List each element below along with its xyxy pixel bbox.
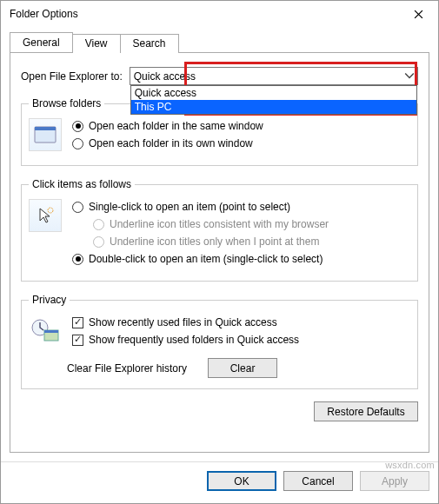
group-privacy-legend: Privacy bbox=[29, 294, 70, 306]
clear-button[interactable]: Clear bbox=[208, 358, 277, 378]
radio-underline-point-label: Underline icon titles only when I point … bbox=[110, 235, 319, 248]
radio-underline-browser-label: Underline icon titles consistent with my… bbox=[110, 218, 329, 230]
open-explorer-combo[interactable]: Quick access Quick access This PC bbox=[130, 67, 418, 85]
ok-button[interactable]: OK bbox=[207, 471, 276, 491]
close-button[interactable] bbox=[399, 1, 438, 27]
privacy-icon bbox=[29, 315, 62, 348]
radio-own-window-label: Open each folder in its own window bbox=[89, 137, 253, 149]
svg-point-2 bbox=[48, 208, 53, 213]
close-icon bbox=[414, 10, 423, 19]
chevron-down-icon bbox=[404, 70, 415, 81]
restore-defaults-button[interactable]: Restore Defaults bbox=[314, 401, 418, 421]
check-frequent-folders[interactable] bbox=[72, 335, 83, 346]
apply-button[interactable]: Apply bbox=[360, 471, 429, 491]
dropdown-option-this-pc[interactable]: This PC bbox=[131, 100, 416, 114]
tab-view[interactable]: View bbox=[72, 34, 121, 53]
cancel-button[interactable]: Cancel bbox=[283, 471, 353, 491]
radio-double-click[interactable] bbox=[72, 254, 83, 265]
radio-underline-browser bbox=[93, 219, 104, 230]
radio-single-click-label: Single-click to open an item (point to s… bbox=[89, 201, 290, 213]
radio-same-window[interactable] bbox=[72, 121, 83, 132]
check-recent-files[interactable] bbox=[72, 317, 83, 328]
group-privacy: Privacy Show recently used files in Quic… bbox=[21, 294, 418, 389]
open-explorer-label: Open File Explorer to: bbox=[21, 70, 123, 83]
check-recent-files-label: Show recently used files in Quick access bbox=[89, 316, 277, 328]
tab-general[interactable]: General bbox=[10, 32, 73, 52]
tab-pane-general: Open File Explorer to: Quick access Quic… bbox=[10, 53, 429, 453]
check-frequent-folders-label: Show frequently used folders in Quick ac… bbox=[89, 334, 299, 346]
radio-underline-point bbox=[93, 236, 104, 248]
radio-single-click[interactable] bbox=[72, 202, 83, 213]
dropdown-option-quick-access[interactable]: Quick access bbox=[131, 86, 416, 100]
dialog-buttons: OK Cancel Apply bbox=[1, 461, 438, 500]
radio-own-window[interactable] bbox=[72, 138, 83, 149]
dialog-content: General View Search Open File Explorer t… bbox=[1, 27, 438, 461]
watermark: wsxdn.com bbox=[385, 460, 435, 470]
clear-history-label: Clear File Explorer history bbox=[67, 362, 187, 375]
folder-window-icon bbox=[29, 118, 62, 151]
group-click-items: Click items as follows Single-click to o… bbox=[21, 178, 418, 282]
open-explorer-dropdown: Quick access This PC bbox=[130, 85, 417, 115]
tab-strip: General View Search bbox=[10, 32, 429, 53]
svg-rect-1 bbox=[35, 127, 56, 130]
cursor-click-icon bbox=[29, 199, 62, 232]
radio-same-window-label: Open each folder in the same window bbox=[89, 120, 263, 132]
radio-double-click-label: Double-click to open an item (single-cli… bbox=[89, 253, 323, 265]
group-browse-legend: Browse folders bbox=[29, 97, 104, 109]
svg-rect-5 bbox=[44, 330, 58, 333]
window-title: Folder Options bbox=[10, 8, 399, 20]
group-click-legend: Click items as follows bbox=[29, 178, 135, 190]
tab-search[interactable]: Search bbox=[120, 34, 179, 53]
titlebar: Folder Options bbox=[1, 1, 438, 27]
open-explorer-value: Quick access bbox=[134, 70, 196, 83]
